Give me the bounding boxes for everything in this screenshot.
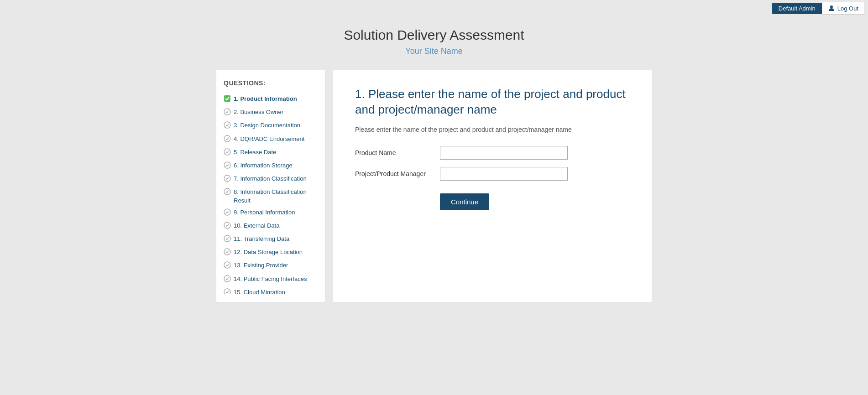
question-item-14[interactable]: 14. Public Facing Interfaces	[224, 273, 316, 286]
form-row-product-name: Product Name	[355, 146, 630, 160]
question-label-8: 8. Information Classification Result	[234, 188, 316, 204]
default-admin-button[interactable]: Default Admin	[772, 3, 822, 14]
question-check-icon-2	[224, 108, 231, 118]
question-item-1[interactable]: 1. Product Information	[224, 93, 316, 106]
question-item-5[interactable]: 5. Release Date	[224, 146, 316, 160]
question-check-icon-14	[224, 275, 231, 285]
question-label-10: 10. External Data	[234, 222, 279, 230]
question-check-icon-12	[224, 248, 231, 258]
svg-point-3	[224, 122, 230, 128]
question-label-2: 2. Business Owner	[234, 108, 283, 116]
svg-point-0	[830, 5, 833, 8]
question-item-11[interactable]: 11. Transferring Data	[224, 233, 316, 246]
question-label-13: 13. Existing Provider	[234, 261, 288, 270]
check-circle-icon	[224, 121, 231, 129]
question-label-11: 11. Transferring Data	[234, 235, 289, 243]
check-circle-icon	[224, 161, 231, 169]
question-label-12: 12. Data Storage Location	[234, 248, 303, 256]
check-circle-icon	[224, 108, 231, 115]
check-circle-icon	[224, 148, 231, 156]
continue-button[interactable]: Continue	[440, 193, 489, 210]
top-bar: Default Admin Log Out	[0, 0, 868, 16]
svg-point-7	[224, 175, 230, 182]
question-item-8[interactable]: 8. Information Classification Result	[224, 186, 316, 206]
svg-point-5	[224, 149, 230, 155]
question-check-icon-15	[224, 288, 231, 294]
question-check-icon-8	[224, 188, 231, 198]
form-panel: 1. Please enter the name of the project …	[333, 70, 652, 302]
question-label-6: 6. Information Storage	[234, 161, 293, 170]
question-item-4[interactable]: 4. DQR/ADC Endorsement	[224, 133, 316, 146]
question-label-1: 1. Product Information	[234, 95, 297, 103]
user-icon	[828, 5, 835, 12]
svg-point-4	[224, 135, 230, 142]
check-circle-icon	[224, 208, 231, 216]
svg-point-12	[224, 249, 230, 255]
question-item-12[interactable]: 12. Data Storage Location	[224, 246, 316, 260]
question-label-3: 3. Design Documentation	[234, 121, 300, 130]
question-item-2[interactable]: 2. Business Owner	[224, 106, 316, 120]
manager-label: Project/Product Manager	[355, 170, 433, 177]
question-check-icon-4	[224, 135, 231, 145]
check-circle-icon	[224, 235, 231, 242]
product-name-input[interactable]	[440, 146, 568, 160]
check-circle-icon	[224, 288, 231, 294]
question-check-icon-5	[224, 148, 231, 158]
questions-list[interactable]: 1. Product Information2. Business Owner3…	[224, 93, 318, 294]
question-check-icon-7	[224, 175, 231, 184]
check-circle-icon	[224, 222, 231, 229]
logout-button[interactable]: Log Out	[822, 2, 864, 15]
question-check-icon-13	[224, 261, 231, 271]
check-circle-icon	[224, 188, 231, 195]
question-label-15: 15. Cloud Migration	[234, 288, 285, 294]
form-question-title: 1. Please enter the name of the project …	[355, 87, 630, 118]
question-check-icon-10	[224, 222, 231, 231]
check-circle-icon	[224, 275, 231, 282]
question-check-icon-1	[224, 95, 231, 104]
svg-point-8	[224, 188, 230, 195]
check-circle-icon	[224, 248, 231, 255]
question-item-7[interactable]: 7. Information Classification	[224, 173, 316, 186]
svg-rect-1	[224, 95, 230, 102]
svg-point-13	[224, 262, 230, 268]
question-label-4: 4. DQR/ADC Endorsement	[234, 135, 304, 143]
question-check-icon-11	[224, 235, 231, 244]
question-label-7: 7. Information Classification	[234, 175, 307, 183]
svg-point-14	[224, 275, 230, 282]
svg-point-11	[224, 235, 230, 242]
page-subtitle: Your Site Name	[0, 47, 868, 56]
question-check-icon-3	[224, 121, 231, 131]
logout-label: Log Out	[837, 5, 858, 12]
question-label-14: 14. Public Facing Interfaces	[234, 275, 307, 283]
check-circle-icon	[224, 135, 231, 142]
questions-header: QUESTIONS:	[224, 79, 318, 87]
check-circle-icon	[224, 175, 231, 182]
question-item-15[interactable]: 15. Cloud Migration	[224, 286, 316, 294]
question-label-9: 9. Personal Information	[234, 208, 295, 217]
top-bar-right: Default Admin Log Out	[772, 2, 864, 15]
svg-point-9	[224, 209, 230, 215]
question-item-10[interactable]: 10. External Data	[224, 220, 316, 233]
form-row-manager: Project/Product Manager	[355, 167, 630, 181]
question-check-icon-9	[224, 208, 231, 218]
svg-point-15	[224, 289, 230, 294]
question-item-3[interactable]: 3. Design Documentation	[224, 120, 316, 133]
svg-point-6	[224, 162, 230, 168]
main-content: QUESTIONS: 1. Product Information2. Busi…	[137, 65, 731, 321]
check-square-icon	[224, 95, 231, 102]
manager-input[interactable]	[440, 167, 568, 181]
question-item-9[interactable]: 9. Personal Information	[224, 207, 316, 220]
page-header: Solution Delivery Assessment Your Site N…	[0, 16, 868, 65]
form-description: Please enter the name of the project and…	[355, 126, 630, 133]
svg-point-2	[224, 109, 230, 115]
check-circle-icon	[224, 261, 231, 269]
question-item-6[interactable]: 6. Information Storage	[224, 160, 316, 173]
question-label-5: 5. Release Date	[234, 148, 276, 156]
page-title: Solution Delivery Assessment	[0, 27, 868, 43]
svg-point-10	[224, 222, 230, 229]
question-check-icon-6	[224, 161, 231, 171]
product-name-label: Product Name	[355, 149, 433, 156]
questions-panel: QUESTIONS: 1. Product Information2. Busi…	[216, 70, 325, 302]
question-item-13[interactable]: 13. Existing Provider	[224, 260, 316, 273]
form-fields: Product Name Project/Product Manager	[355, 146, 630, 181]
